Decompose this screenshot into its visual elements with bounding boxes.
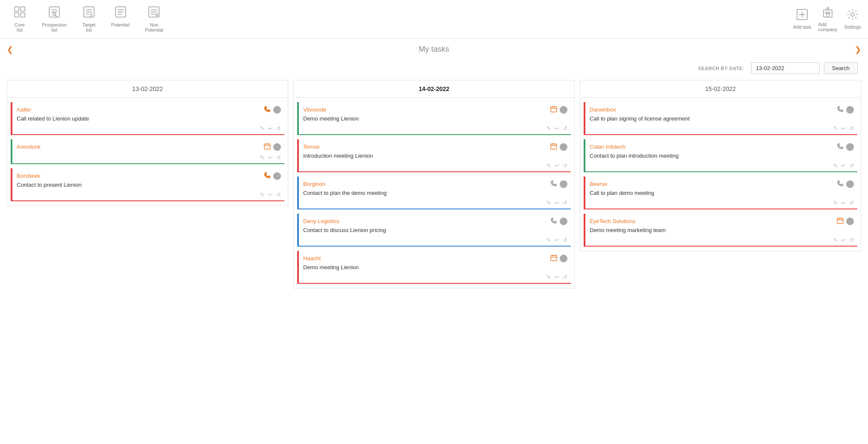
task-card-top: Borgloon	[303, 180, 567, 188]
sidebar-item-prospection-list[interactable]: Prospection list	[36, 3, 73, 35]
col-3-date: 15-02-2022	[705, 85, 736, 92]
task-actions: ✎ ↩ ↺	[590, 199, 854, 207]
task-card-top: Vilvoorde	[303, 106, 567, 114]
task-company[interactable]: Arendonk	[17, 144, 41, 150]
task-company[interactable]: Haacht	[303, 255, 321, 262]
settings-icon	[847, 9, 858, 23]
search-bar: SEARCH BY DATE: Search	[0, 60, 868, 80]
undo-icon[interactable]: ↩	[555, 162, 559, 169]
edit-icon[interactable]: ✎	[260, 154, 265, 161]
edit-icon[interactable]: ✎	[546, 237, 551, 243]
task-actions: ✎ ↩ ↺	[303, 273, 567, 281]
undo-icon[interactable]: ↩	[268, 154, 273, 161]
edit-icon[interactable]: ✎	[546, 162, 551, 169]
refresh-icon[interactable]: ↺	[849, 162, 854, 169]
task-company[interactable]: Temse	[303, 144, 319, 150]
task-card-top: Colan Infotech	[590, 143, 854, 151]
status-dot	[846, 180, 854, 188]
task-card-top: Aalter	[17, 106, 281, 114]
task-card: Beerse Call to plan demo meeting ✎ ↩ ↺	[584, 176, 857, 209]
add-company-button[interactable]: Add company	[818, 6, 838, 32]
edit-icon[interactable]: ✎	[546, 200, 551, 206]
refresh-icon[interactable]: ↺	[563, 200, 567, 206]
edit-icon[interactable]: ✎	[833, 125, 838, 132]
undo-icon[interactable]: ↩	[555, 274, 559, 280]
sidebar-item-target-list[interactable]: Target list	[76, 3, 102, 35]
refresh-icon[interactable]: ↺	[276, 125, 281, 132]
edit-icon[interactable]: ✎	[546, 125, 551, 132]
task-description: Introduction meeting Lienion	[303, 153, 567, 159]
col-1-header: 13-02-2022	[7, 80, 288, 98]
settings-button[interactable]: Settings	[844, 9, 861, 29]
task-company[interactable]: Darwinbox	[590, 106, 616, 113]
task-icons	[264, 106, 281, 114]
task-description: Contact to present Lienion	[17, 182, 281, 188]
undo-icon[interactable]: ↩	[841, 162, 846, 169]
task-description: Call related to Lienion update	[17, 115, 281, 122]
phone-icon	[837, 180, 844, 188]
status-dot	[273, 143, 281, 151]
task-company[interactable]: Borgloon	[303, 181, 325, 187]
add-task-button[interactable]: Add task	[793, 9, 812, 29]
target-list-icon	[83, 6, 95, 21]
potential-icon	[115, 6, 127, 21]
sidebar-item-core-list[interactable]: Core list	[7, 3, 32, 35]
undo-icon[interactable]: ↩	[555, 125, 559, 132]
edit-icon[interactable]: ✎	[546, 274, 551, 280]
kanban-col-1: 13-02-2022 Aalter Call related to Lienio…	[7, 80, 288, 206]
refresh-icon[interactable]: ↺	[563, 162, 567, 169]
col-3-header: 15-02-2022	[580, 80, 861, 98]
svg-rect-2	[15, 13, 19, 17]
task-company[interactable]: Deny Logistics	[303, 218, 340, 224]
edit-icon[interactable]: ✎	[833, 200, 838, 206]
prospection-list-icon	[48, 6, 60, 21]
page-title: My tasks	[419, 45, 449, 54]
edit-icon[interactable]: ✎	[260, 191, 265, 198]
task-company[interactable]: Vilvoorde	[303, 106, 326, 113]
task-company[interactable]: EyeTech Solutions	[590, 218, 635, 224]
refresh-icon[interactable]: ↺	[563, 237, 567, 243]
task-company[interactable]: Colan Infotech	[590, 144, 626, 150]
edit-icon[interactable]: ✎	[833, 237, 838, 243]
sidebar-item-non-potential[interactable]: Non Potential	[139, 3, 169, 35]
undo-icon[interactable]: ↩	[268, 191, 273, 198]
search-button[interactable]: Search	[824, 62, 858, 74]
refresh-icon[interactable]: ↺	[849, 200, 854, 206]
status-dot	[560, 180, 567, 188]
refresh-icon[interactable]: ↺	[563, 274, 567, 280]
task-description: Contact to discuss Lienion pricing	[303, 227, 567, 233]
undo-icon[interactable]: ↩	[268, 125, 273, 132]
refresh-icon[interactable]: ↺	[276, 191, 281, 198]
task-icons	[550, 254, 567, 262]
task-card: Arendonk ✎ ↩ ↺	[11, 139, 284, 164]
undo-icon[interactable]: ↩	[841, 125, 846, 132]
svg-rect-41	[551, 144, 557, 149]
task-description: Demo meeting Lienion	[303, 115, 567, 122]
undo-icon[interactable]: ↩	[841, 200, 846, 206]
task-company[interactable]: Borsbeek	[17, 173, 40, 179]
phone-icon	[264, 172, 271, 180]
status-dot	[846, 218, 854, 225]
status-dot	[560, 106, 567, 114]
edit-icon[interactable]: ✎	[833, 162, 838, 169]
refresh-icon[interactable]: ↺	[849, 237, 854, 243]
next-arrow[interactable]: ❯	[855, 45, 861, 54]
undo-icon[interactable]: ↩	[555, 200, 559, 206]
refresh-icon[interactable]: ↺	[563, 125, 567, 132]
task-card: Colan Infotech Contact to plan introduct…	[584, 139, 857, 172]
task-company[interactable]: Beerse	[590, 181, 607, 187]
refresh-icon[interactable]: ↺	[849, 125, 854, 132]
status-dot	[273, 172, 281, 180]
date-search-input[interactable]	[751, 62, 820, 74]
sidebar-item-potential[interactable]: Potential	[105, 3, 136, 35]
undo-icon[interactable]: ↩	[555, 237, 559, 243]
refresh-icon[interactable]: ↺	[276, 154, 281, 161]
task-card: EyeTech Solutions Demo meeting marketing…	[584, 214, 857, 247]
undo-icon[interactable]: ↩	[841, 237, 846, 243]
task-company[interactable]: Aalter	[17, 106, 31, 113]
edit-icon[interactable]: ✎	[260, 125, 265, 132]
prev-arrow[interactable]: ❮	[7, 45, 13, 54]
target-list-label: Target list	[83, 22, 96, 32]
calendar-icon	[550, 254, 557, 262]
top-nav: Core list Prospection list Target list P…	[0, 0, 868, 39]
